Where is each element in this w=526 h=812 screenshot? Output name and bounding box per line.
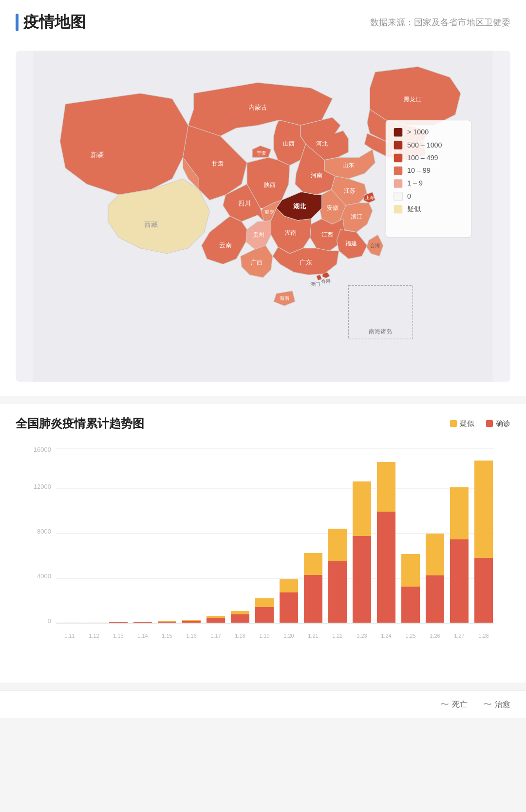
svg-text:湖北: 湖北 <box>293 203 306 210</box>
map-section: 新疆 西藏 青海 内蒙古 黑龙江 吉林 辽宁 <box>0 41 526 396</box>
svg-text:山西: 山西 <box>283 140 295 147</box>
svg-text:河南: 河南 <box>311 172 322 179</box>
header: 疫情地图 数据来源：国家及各省市地区卫健委 <box>0 0 526 41</box>
svg-rect-86 <box>426 575 444 623</box>
svg-text:12000: 12000 <box>34 483 51 490</box>
map-container: 新疆 西藏 青海 内蒙古 黑龙江 吉林 辽宁 <box>16 51 510 382</box>
svg-text:1.26: 1.26 <box>430 633 440 639</box>
svg-text:浙江: 浙江 <box>351 213 362 220</box>
svg-text:河北: 河北 <box>316 140 328 147</box>
confirmed-label: 确诊 <box>496 419 510 428</box>
recovery-label: 治愈 <box>495 700 510 710</box>
svg-text:1.22: 1.22 <box>332 633 342 639</box>
svg-text:新疆: 新疆 <box>91 151 104 159</box>
svg-text:四川: 四川 <box>238 200 251 207</box>
svg-rect-80 <box>353 536 371 623</box>
chart-section: 全国肺炎疫情累计趋势图 疑似 确诊 0 4000 8000 12000 <box>0 404 526 683</box>
svg-rect-91 <box>474 461 493 558</box>
svg-text:1.15: 1.15 <box>162 633 172 639</box>
svg-text:山东: 山东 <box>342 162 354 168</box>
china-map-svg: 新疆 西藏 青海 内蒙古 黑龙江 吉林 辽宁 <box>16 51 510 382</box>
death-wave-icon: 〜 <box>440 699 449 710</box>
svg-rect-39 <box>394 141 403 149</box>
suspected-label: 疑似 <box>460 419 474 428</box>
page-title: 疫情地图 <box>23 12 86 33</box>
svg-text:1.21: 1.21 <box>308 633 318 639</box>
svg-rect-49 <box>394 205 403 214</box>
svg-text:内蒙古: 内蒙古 <box>248 104 267 111</box>
svg-text:海南: 海南 <box>280 295 289 301</box>
svg-text:香港: 香港 <box>321 278 331 284</box>
svg-text:安徽: 安徽 <box>327 204 338 211</box>
svg-rect-79 <box>328 529 347 561</box>
svg-text:江苏: 江苏 <box>344 187 356 194</box>
svg-text:1.13: 1.13 <box>113 633 123 639</box>
svg-text:黑龙江: 黑龙江 <box>404 96 421 103</box>
svg-rect-84 <box>401 587 420 623</box>
svg-text:1.28: 1.28 <box>478 633 488 639</box>
svg-rect-87 <box>426 534 444 575</box>
svg-rect-36 <box>386 120 471 238</box>
svg-text:4000: 4000 <box>37 572 51 580</box>
page: 疫情地图 数据来源：国家及各省市地区卫健委 新疆 西藏 青海 内蒙古 <box>0 0 526 718</box>
svg-text:上海: 上海 <box>365 195 374 200</box>
legend-suspected: 疑似 <box>450 419 474 428</box>
bar-chart-wrapper: 0 4000 8000 12000 16000 <box>16 443 510 667</box>
recovery-wave-icon: 〜 <box>483 699 492 710</box>
footer-death: 〜 死亡 <box>440 699 468 710</box>
svg-rect-72 <box>255 607 274 623</box>
svg-text:南海诸岛: 南海诸岛 <box>369 328 392 335</box>
header-title: 疫情地图 <box>16 12 86 33</box>
svg-text:江西: 江西 <box>321 231 333 238</box>
svg-text:宁夏: 宁夏 <box>257 150 266 156</box>
svg-text:1.27: 1.27 <box>454 633 464 639</box>
svg-rect-74 <box>280 592 298 623</box>
svg-text:1.12: 1.12 <box>89 633 99 639</box>
svg-rect-71 <box>231 611 249 614</box>
svg-rect-78 <box>328 561 347 623</box>
footer: 〜 死亡 〜 治愈 <box>0 690 526 718</box>
svg-rect-88 <box>450 539 469 623</box>
svg-text:福建: 福建 <box>345 240 357 247</box>
svg-rect-67 <box>182 620 201 621</box>
svg-text:500 – 1000: 500 – 1000 <box>407 141 442 149</box>
svg-text:1.16: 1.16 <box>186 633 196 639</box>
footer-recovery: 〜 治愈 <box>483 699 510 710</box>
svg-text:10 – 99: 10 – 99 <box>407 166 431 174</box>
svg-text:重庆: 重庆 <box>264 209 274 215</box>
svg-rect-73 <box>255 598 274 607</box>
svg-text:16000: 16000 <box>34 446 51 453</box>
svg-rect-41 <box>394 154 403 163</box>
svg-text:贵州: 贵州 <box>253 231 264 238</box>
svg-rect-43 <box>394 166 403 175</box>
svg-text:澳门: 澳门 <box>310 281 320 287</box>
svg-rect-76 <box>304 575 322 623</box>
svg-rect-82 <box>377 512 395 623</box>
svg-rect-89 <box>450 487 469 539</box>
svg-text:1.20: 1.20 <box>283 633 294 639</box>
suspected-color-dot <box>450 420 457 427</box>
svg-text:1.23: 1.23 <box>357 633 367 639</box>
svg-text:8000: 8000 <box>37 528 51 535</box>
svg-text:1.18: 1.18 <box>235 633 245 639</box>
svg-text:陕西: 陕西 <box>264 182 276 188</box>
svg-rect-37 <box>394 128 403 137</box>
svg-text:疑似: 疑似 <box>407 205 421 213</box>
svg-rect-70 <box>231 614 249 623</box>
svg-text:台湾: 台湾 <box>370 243 380 248</box>
svg-rect-47 <box>394 192 403 201</box>
chart-header: 全国肺炎疫情累计趋势图 疑似 确诊 <box>16 416 510 431</box>
svg-text:1.24: 1.24 <box>381 633 391 639</box>
svg-rect-85 <box>401 554 420 587</box>
svg-text:1.14: 1.14 <box>137 633 148 639</box>
svg-text:湖南: 湖南 <box>285 229 297 236</box>
svg-text:0: 0 <box>48 617 51 625</box>
svg-text:广西: 广西 <box>251 259 263 266</box>
svg-text:100 – 499: 100 – 499 <box>407 154 438 162</box>
svg-text:1 – 9: 1 – 9 <box>407 179 423 187</box>
svg-text:1.17: 1.17 <box>210 633 221 639</box>
svg-text:广东: 广东 <box>300 258 312 266</box>
svg-text:1.11: 1.11 <box>64 633 75 639</box>
svg-text:0: 0 <box>407 192 411 200</box>
svg-rect-77 <box>304 553 322 575</box>
